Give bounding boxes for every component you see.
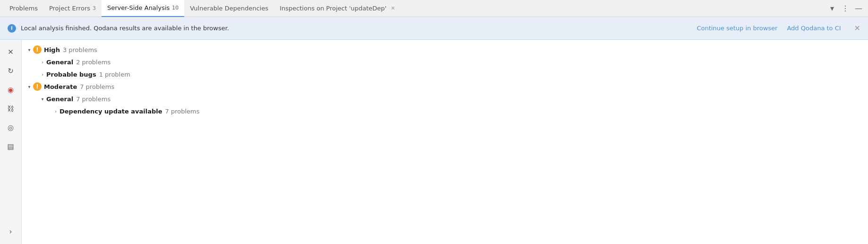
main-content: ✕↻◉⛓◎▤› !High3 problemsGeneral2 problems… <box>0 40 868 244</box>
tree-row[interactable]: !High3 problems <box>22 44 868 56</box>
tree-item-label: General <box>46 59 73 66</box>
info-banner: i Local analysis finished. Qodana result… <box>0 17 868 40</box>
tree-chevron-icon[interactable] <box>52 107 60 115</box>
tree-item-count: 7 problems <box>165 108 200 115</box>
info-icon: i <box>8 24 16 33</box>
close-icon: ✕ <box>8 48 14 56</box>
tree-item-label: Moderate <box>44 83 77 90</box>
tab-label: Problems <box>9 5 38 12</box>
add-qodana-link[interactable]: Add Qodana to CI <box>787 25 841 32</box>
continue-setup-link[interactable]: Continue setup in browser <box>697 25 777 32</box>
tab-project-errors[interactable]: Project Errors3 <box>43 0 102 17</box>
tree-chevron-icon[interactable] <box>39 58 46 66</box>
tree-chevron-icon[interactable] <box>39 95 46 103</box>
tab-more-button[interactable]: ⋮ <box>840 3 851 14</box>
tree-item-count: 3 problems <box>63 46 97 53</box>
tree-item-label: High <box>44 46 60 53</box>
sidebar: ✕↻◉⛓◎▤› <box>0 40 22 244</box>
tree-item-count: 1 problem <box>99 71 130 78</box>
link-icon: ⛓ <box>7 105 14 113</box>
eye-icon[interactable]: ◎ <box>2 119 19 136</box>
tab-actions: ▾ ⋮ — <box>826 3 864 14</box>
tree-item-count: 7 problems <box>76 96 111 103</box>
tree-item-label: General <box>46 96 73 103</box>
tree-item-count: 7 problems <box>80 83 114 90</box>
tree-row[interactable]: General2 problems <box>22 56 868 68</box>
eye-icon: ◎ <box>8 123 14 132</box>
tab-chevron-button[interactable]: ▾ <box>826 3 838 14</box>
refresh-icon: ↻ <box>8 67 14 75</box>
expand-icon: › <box>9 227 12 236</box>
tree-row[interactable]: Probable bugs1 problem <box>22 68 868 80</box>
tab-badge: 10 <box>172 5 179 11</box>
link-icon[interactable]: ⛓ <box>2 100 19 117</box>
tree-content: !High3 problemsGeneral2 problemsProbable… <box>22 40 868 244</box>
tab-inspections[interactable]: Inspections on Project 'updateDep'✕ <box>274 0 400 17</box>
close-icon[interactable]: ✕ <box>2 44 19 61</box>
tab-vulnerable-deps[interactable]: Vulnerable Dependencies <box>184 0 274 17</box>
tab-badge: 3 <box>93 5 96 11</box>
tab-bar: ProblemsProject Errors3Server-Side Analy… <box>0 0 868 17</box>
tab-label: Vulnerable Dependencies <box>190 5 268 12</box>
tree-item-count: 2 problems <box>76 59 111 66</box>
warning-icon: ! <box>33 82 42 91</box>
refresh-icon[interactable]: ↻ <box>2 62 19 79</box>
tab-close-icon[interactable]: ✕ <box>391 5 395 11</box>
tab-label: Project Errors <box>49 5 90 12</box>
user-icon: ◉ <box>8 86 14 94</box>
tree-chevron-icon[interactable] <box>39 70 46 78</box>
list-icon[interactable]: ▤ <box>2 138 19 155</box>
tree-chevron-icon[interactable] <box>26 83 33 90</box>
tree-item-label: Probable bugs <box>46 71 96 78</box>
tab-label: Inspections on Project 'updateDep' <box>280 5 386 12</box>
tab-label: Server-Side Analysis <box>107 4 170 11</box>
banner-text: Local analysis finished. Qodana results … <box>21 25 692 32</box>
tab-minimize-button[interactable]: — <box>853 3 864 14</box>
tree-row[interactable]: Dependency update available7 problems <box>22 105 868 117</box>
tab-problems[interactable]: Problems <box>4 0 43 17</box>
user-icon[interactable]: ◉ <box>2 81 19 98</box>
sidebar-expand-button[interactable]: › <box>2 223 19 240</box>
list-icon: ▤ <box>7 142 14 151</box>
tree-row[interactable]: !Moderate7 problems <box>22 80 868 93</box>
banner-actions: Continue setup in browser Add Qodana to … <box>697 24 860 33</box>
banner-close-button[interactable]: ✕ <box>854 24 860 33</box>
tree-row[interactable]: General7 problems <box>22 93 868 105</box>
tree-chevron-icon[interactable] <box>26 46 33 53</box>
tree-item-label: Dependency update available <box>60 108 162 115</box>
warning-icon: ! <box>33 45 42 54</box>
tab-server-side[interactable]: Server-Side Analysis10 <box>102 0 184 17</box>
